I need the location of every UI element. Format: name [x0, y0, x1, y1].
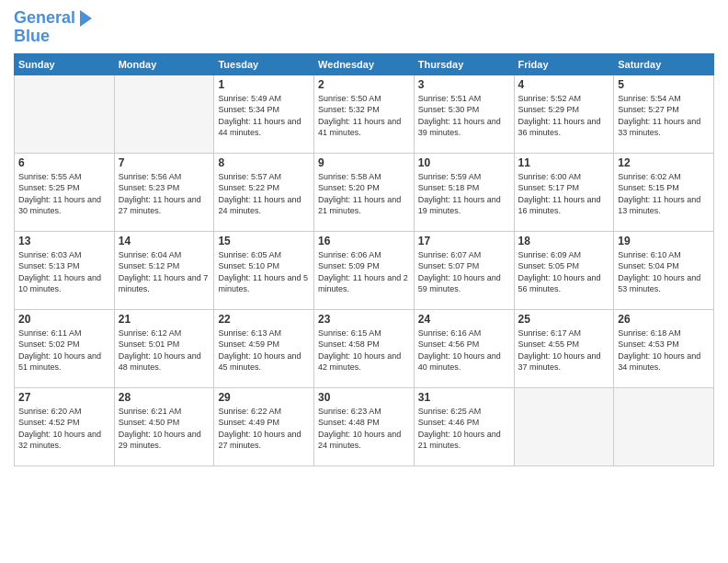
calendar-week-row: 27Sunrise: 6:20 AMSunset: 4:52 PMDayligh… [15, 387, 714, 465]
day-info-line: Daylight: 11 hours and 30 minutes. [18, 195, 101, 216]
day-number: 8 [218, 156, 310, 169]
day-info-line: Sunset: 4:48 PM [318, 418, 380, 427]
calendar-week-row: 1Sunrise: 5:49 AMSunset: 5:34 PMDaylight… [15, 75, 714, 153]
day-info-line: Daylight: 11 hours and 36 minutes. [518, 117, 601, 138]
calendar-cell: 30Sunrise: 6:23 AMSunset: 4:48 PMDayligh… [314, 387, 415, 465]
weekday-header-wednesday: Wednesday [314, 53, 415, 75]
calendar-cell: 23Sunrise: 6:15 AMSunset: 4:58 PMDayligh… [314, 309, 415, 387]
day-info-line: Sunrise: 5:54 AM [618, 94, 681, 103]
day-info-line: Daylight: 11 hours and 21 minutes. [318, 195, 401, 216]
day-info-line: Daylight: 10 hours and 48 minutes. [119, 351, 201, 373]
day-info-line: Daylight: 11 hours and 27 minutes. [119, 195, 201, 216]
day-info-line: Sunrise: 6:11 AM [18, 328, 82, 338]
day-info-line: Sunset: 4:55 PM [518, 339, 580, 349]
day-number: 21 [119, 313, 210, 326]
day-info: Sunrise: 6:07 AMSunset: 5:07 PMDaylight:… [418, 249, 510, 295]
day-number: 2 [318, 78, 410, 91]
day-info: Sunrise: 6:22 AMSunset: 4:49 PMDaylight:… [218, 406, 310, 452]
page-header: General Blue [14, 9, 714, 46]
day-info-line: Daylight: 10 hours and 29 minutes. [119, 430, 201, 451]
day-info-line: Daylight: 10 hours and 37 minutes. [518, 351, 601, 373]
day-info-line: Sunset: 5:25 PM [18, 183, 80, 192]
day-info: Sunrise: 5:59 AMSunset: 5:18 PMDaylight:… [418, 171, 510, 217]
day-info-line: Sunset: 5:01 PM [119, 339, 180, 349]
day-info-line: Sunset: 5:02 PM [18, 339, 80, 349]
day-info-line: Sunrise: 5:51 AM [418, 94, 482, 103]
calendar-cell: 11Sunrise: 6:00 AMSunset: 5:17 PMDayligh… [514, 153, 614, 231]
calendar-cell [15, 75, 115, 153]
day-info: Sunrise: 6:17 AMSunset: 4:55 PMDaylight:… [518, 327, 610, 373]
day-info-line: Daylight: 10 hours and 56 minutes. [518, 273, 601, 294]
day-number: 1 [218, 78, 310, 91]
day-info: Sunrise: 6:05 AMSunset: 5:10 PMDaylight:… [218, 249, 310, 295]
day-info-line: Sunrise: 6:21 AM [119, 407, 182, 416]
day-info-line: Daylight: 11 hours and 41 minutes. [318, 117, 401, 138]
calendar-cell [114, 75, 214, 153]
day-info-line: Daylight: 11 hours and 44 minutes. [218, 117, 301, 138]
day-info: Sunrise: 5:49 AMSunset: 5:34 PMDaylight:… [218, 93, 310, 139]
day-info-line: Sunset: 5:18 PM [418, 183, 480, 192]
day-info: Sunrise: 5:52 AMSunset: 5:29 PMDaylight:… [518, 93, 610, 139]
weekday-header-sunday: Sunday [15, 53, 115, 75]
logo-text: General [14, 9, 75, 28]
calendar-cell: 8Sunrise: 5:57 AMSunset: 5:22 PMDaylight… [214, 153, 314, 231]
day-number: 26 [618, 313, 710, 326]
weekday-header-thursday: Thursday [414, 53, 514, 75]
calendar-cell: 17Sunrise: 6:07 AMSunset: 5:07 PMDayligh… [414, 231, 514, 309]
calendar-cell: 20Sunrise: 6:11 AMSunset: 5:02 PMDayligh… [15, 309, 115, 387]
day-info-line: Daylight: 10 hours and 51 minutes. [18, 351, 101, 373]
day-info-line: Sunrise: 6:04 AM [119, 250, 182, 259]
weekday-header-row: SundayMondayTuesdayWednesdayThursdayFrid… [15, 53, 714, 75]
day-info-line: Sunrise: 6:17 AM [518, 328, 582, 338]
calendar-cell: 15Sunrise: 6:05 AMSunset: 5:10 PMDayligh… [214, 231, 314, 309]
calendar-week-row: 13Sunrise: 6:03 AMSunset: 5:13 PMDayligh… [15, 231, 714, 309]
calendar-cell: 13Sunrise: 6:03 AMSunset: 5:13 PMDayligh… [15, 231, 115, 309]
day-info-line: Sunset: 5:17 PM [518, 183, 580, 192]
day-number: 6 [18, 156, 110, 169]
day-info: Sunrise: 6:02 AMSunset: 5:15 PMDaylight:… [618, 171, 710, 217]
day-number: 4 [518, 78, 610, 91]
logo-general: General [14, 8, 75, 27]
day-info-line: Sunset: 4:59 PM [218, 339, 279, 349]
logo-blue: Blue [14, 28, 92, 46]
day-info-line: Sunrise: 5:59 AM [418, 172, 482, 181]
logo-arrow-icon [80, 10, 92, 27]
day-info-line: Daylight: 10 hours and 24 minutes. [318, 430, 401, 451]
day-info: Sunrise: 6:21 AMSunset: 4:50 PMDaylight:… [119, 406, 210, 452]
day-info-line: Sunset: 5:07 PM [418, 261, 480, 270]
calendar-cell: 16Sunrise: 6:06 AMSunset: 5:09 PMDayligh… [314, 231, 415, 309]
calendar-cell: 9Sunrise: 5:58 AMSunset: 5:20 PMDaylight… [314, 153, 415, 231]
calendar-cell: 24Sunrise: 6:16 AMSunset: 4:56 PMDayligh… [414, 309, 514, 387]
day-info-line: Daylight: 11 hours and 5 minutes. [218, 273, 308, 294]
day-info-line: Sunrise: 6:03 AM [18, 250, 82, 259]
day-info-line: Sunrise: 6:02 AM [618, 172, 681, 181]
day-info-line: Sunrise: 6:09 AM [518, 250, 582, 259]
day-number: 15 [218, 235, 310, 247]
calendar-cell: 2Sunrise: 5:50 AMSunset: 5:32 PMDaylight… [314, 75, 415, 153]
day-info-line: Sunrise: 6:25 AM [418, 407, 482, 416]
calendar-cell: 27Sunrise: 6:20 AMSunset: 4:52 PMDayligh… [15, 387, 115, 465]
day-number: 5 [618, 78, 710, 91]
day-info: Sunrise: 6:16 AMSunset: 4:56 PMDaylight:… [418, 327, 510, 373]
day-info-line: Sunset: 5:32 PM [318, 105, 380, 114]
day-info-line: Sunset: 4:58 PM [318, 339, 380, 349]
day-info: Sunrise: 5:51 AMSunset: 5:30 PMDaylight:… [418, 93, 510, 139]
day-number: 12 [618, 156, 710, 169]
day-info-line: Sunset: 4:49 PM [218, 418, 279, 427]
page-container: General Blue SundayMondayTuesdayWednesda… [0, 0, 728, 476]
day-info-line: Sunset: 4:46 PM [418, 418, 480, 427]
day-info-line: Sunset: 5:05 PM [518, 261, 580, 270]
day-info-line: Sunrise: 5:49 AM [218, 94, 281, 103]
weekday-header-tuesday: Tuesday [214, 53, 314, 75]
day-info: Sunrise: 6:00 AMSunset: 5:17 PMDaylight:… [518, 171, 610, 217]
day-info-line: Sunset: 4:52 PM [18, 418, 80, 427]
day-info-line: Sunrise: 6:13 AM [218, 328, 281, 338]
day-info: Sunrise: 6:23 AMSunset: 4:48 PMDaylight:… [318, 406, 410, 452]
day-info: Sunrise: 5:56 AMSunset: 5:23 PMDaylight:… [119, 171, 210, 217]
day-info-line: Sunset: 5:29 PM [518, 105, 580, 114]
day-number: 9 [318, 156, 410, 169]
day-number: 19 [618, 235, 710, 247]
day-info-line: Sunrise: 5:52 AM [518, 94, 582, 103]
day-info-line: Sunset: 5:09 PM [318, 261, 380, 270]
day-info-line: Sunrise: 6:16 AM [418, 328, 482, 338]
